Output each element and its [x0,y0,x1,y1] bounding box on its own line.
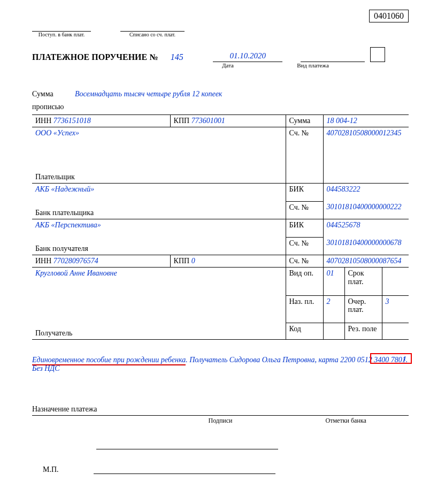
ocher-plat-value: 3 [382,295,409,323]
recv-inn: 770280976574 [53,257,98,265]
spisano-label: Списано со сч. плат. [129,32,175,37]
srok-plat-label: Срок плат. [344,268,382,296]
doc-date: 01.10.2020 [213,51,282,62]
main-table: ИНН 7736151018 КПП 773601001 Сумма 18 00… [32,114,409,340]
top-header-fields: Поступ. в банк плат. Списано со сч. плат… [32,31,203,37]
vid-op-value: 01 [323,268,344,296]
purpose-text: Единовременное пособие при рождении ребе… [32,356,409,373]
payer-bank-bik: 044583222 [323,184,409,202]
naz-pl-label: Наз. пл. [286,295,323,323]
date-sublabel: Дата [193,62,263,68]
ocher-plat-label: Очер. плат. [344,295,382,323]
recv-bank-bik: 044525678 [323,219,409,238]
pay-kind-value [301,51,365,62]
mp-row: М.П. [32,465,409,474]
naz-pl-value: 2 [323,295,344,323]
payer-inn: 7736151018 [53,117,91,125]
sum-words-value: Восемнадцать тысяч четыре рубля 12 копее… [75,90,409,111]
mp-label: М.П. [43,465,64,474]
recv-inn-label: ИНН [35,257,51,265]
sum-words-label: Сумма прописью [32,90,75,111]
payment-order-document: 0401060 Поступ. в банк плат. Списано со … [0,0,422,504]
sum-words-row: Сумма прописью Восемнадцать тысяч четыре… [32,90,409,111]
payer-name: ООО «Успех» [35,129,282,138]
payer-bank-acc-label: Сч. № [286,201,323,219]
signature-labels-row: Подписи Отметки банка [32,417,409,425]
signature-line-2 [94,474,275,474]
recv-bank-acc: 30101810400000000678 [323,237,409,255]
title-row: ПЛАТЕЖНОЕ ПОРУЧЕНИЕ № 145 01.10.2020 [32,47,409,62]
signature-line-1 [96,449,278,449]
payer-bank-acc: 30101810400000000222 [323,201,409,219]
payer-kpp: 773601001 [191,117,225,125]
status-box [370,47,385,62]
payer-acc-label: Сч. № [286,127,323,184]
recv-acc-label: Сч. № [286,255,323,268]
recv-kpp: 0 [191,257,195,265]
kpp-label: КПП [174,117,190,125]
payer-bank-name: АКБ «Надежный» [35,185,282,194]
recv-kpp-label: КПП [174,257,190,265]
sum-label: Сумма [286,115,323,127]
srok-plat-value [382,268,409,296]
recv-bank-bik-label: БИК [286,219,323,238]
recv-bank-label: Банк получателя [35,245,282,253]
recv-label: Получатель [35,329,282,338]
recv-name: Кругловой Анне Ивановне [35,269,282,278]
doc-number: 145 [162,52,191,62]
payer-bank-label: Банк плательщика [35,209,282,217]
recv-bank-name: АКБ «Перспектива» [35,221,282,230]
rez-pole-value [382,323,409,339]
okud-code: 0401060 [369,10,409,22]
otmetki-label: Отметки банка [283,417,409,425]
inn-label: ИНН [35,117,51,125]
payer-bank-bik-label: БИК [286,184,323,202]
recv-bank-acc-label: Сч. № [286,237,323,255]
podpisi-label: Подписи [158,417,283,425]
paykind-sublabel: Вид платежа [281,62,345,68]
kod-value [323,323,344,339]
vid-op-label: Вид оп. [286,268,323,296]
sum-value: 18 004-12 [323,115,409,127]
rez-pole-label: Рез. поле [344,323,382,339]
payer-label: Плательщик [35,173,282,181]
payer-acc: 40702810508000012345 [323,127,409,184]
doc-title: ПЛАТЕЖНОЕ ПОРУЧЕНИЕ № [32,52,158,62]
highlighted-code-box: 1 [370,353,412,364]
recv-acc: 40702810508000087654 [323,255,409,268]
purpose-label: Назначение платежа [32,405,409,416]
postup-label: Поступ. в банк плат. [39,32,85,37]
kod-label: Код [286,323,323,339]
highlighted-code: 1 [403,354,407,363]
